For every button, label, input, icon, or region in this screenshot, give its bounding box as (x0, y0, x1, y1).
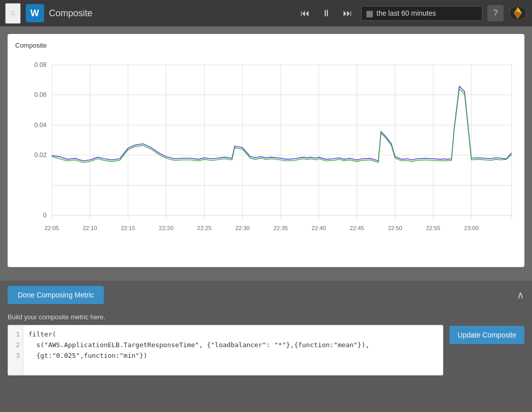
time-input[interactable] (376, 9, 478, 17)
compose-toolbar: Done Composing Metric ∧ (0, 281, 532, 309)
rewind-icon: ⏮ (300, 8, 310, 18)
svg-text:0.08: 0.08 (34, 61, 47, 68)
brand-logo (509, 4, 527, 22)
line-numbers: 1 2 3 (8, 325, 23, 375)
forward-button[interactable]: ⏭ (339, 6, 356, 21)
done-composing-label: Done Composing Metric (18, 291, 94, 299)
editor-label: Build your composite metric here. (8, 313, 524, 321)
svg-text:22:30: 22:30 (235, 225, 249, 231)
chart-svg: 0.08 0.06 0.04 0.02 0 22:05 22:10 22:15 … (15, 54, 517, 257)
chart-container: Composite (8, 34, 524, 267)
chart-title: Composite (15, 42, 517, 49)
calendar-icon: ▦ (366, 9, 373, 18)
svg-text:22:50: 22:50 (388, 225, 402, 231)
code-content[interactable]: filter( s("AWS.ApplicationELB.TargetResp… (23, 325, 443, 375)
done-composing-button[interactable]: Done Composing Metric (8, 286, 104, 304)
svg-text:22:20: 22:20 (159, 225, 173, 231)
svg-text:0.02: 0.02 (34, 152, 47, 159)
svg-text:0.06: 0.06 (34, 91, 47, 98)
app-logo: W (26, 4, 44, 22)
editor-row: 1 2 3 filter( s("AWS.ApplicationELB.Targ… (8, 325, 524, 376)
editor-section: Build your composite metric here. 1 2 3 … (0, 309, 532, 383)
svg-text:0: 0 (43, 212, 47, 219)
logo-letter: W (30, 8, 39, 19)
collapse-icon: ∧ (517, 289, 524, 301)
svg-text:22:25: 22:25 (197, 225, 211, 231)
update-composite-button[interactable]: Update Composite (449, 326, 524, 344)
line-number-3: 3 (11, 351, 20, 361)
menu-button[interactable]: ≡ (5, 3, 21, 24)
fast-forward-icon: ⏭ (343, 8, 352, 18)
line-number-2: 2 (11, 340, 20, 351)
svg-text:22:40: 22:40 (312, 225, 326, 231)
page-title: Composite (49, 8, 93, 19)
app-header: ≡ W Composite ⏮ ⏸ ⏭ ▦ ? (0, 0, 532, 26)
time-selector[interactable]: ▦ (361, 6, 482, 21)
svg-text:22:55: 22:55 (426, 225, 440, 231)
help-icon: ? (493, 9, 498, 18)
svg-text:22:10: 22:10 (83, 225, 97, 231)
pause-button[interactable]: ⏸ (318, 6, 335, 21)
svg-text:22:15: 22:15 (121, 225, 135, 231)
svg-text:22:35: 22:35 (274, 225, 288, 231)
chart-area: 0.08 0.06 0.04 0.02 0 22:05 22:10 22:15 … (15, 54, 517, 257)
code-editor[interactable]: 1 2 3 filter( s("AWS.ApplicationELB.Targ… (8, 325, 443, 376)
collapse-button[interactable]: ∧ (517, 289, 524, 301)
pause-icon: ⏸ (322, 8, 331, 18)
update-composite-label: Update Composite (458, 331, 516, 339)
svg-text:23:00: 23:00 (464, 225, 478, 231)
svg-text:22:05: 22:05 (45, 225, 59, 231)
rewind-button[interactable]: ⏮ (296, 6, 314, 21)
line-number-1: 1 (11, 329, 20, 340)
playback-controls: ⏮ ⏸ ⏭ (296, 6, 356, 21)
main-content: Composite (0, 26, 532, 281)
help-button[interactable]: ? (487, 5, 504, 21)
hamburger-icon: ≡ (10, 8, 16, 18)
svg-text:0.04: 0.04 (34, 122, 47, 129)
svg-text:22:45: 22:45 (350, 225, 364, 231)
